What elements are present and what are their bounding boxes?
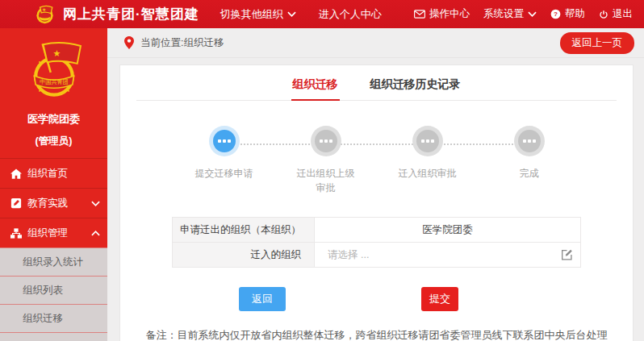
league-badge-logo-icon: ★ <box>34 3 56 25</box>
source-org-value: 医学院团委 <box>315 218 581 243</box>
content-card: 组织迁移 组织迁移历史记录 提交迁移申请 迁出组织上级审批 <box>119 64 634 341</box>
submit-button[interactable]: 提交 <box>421 287 458 311</box>
step-label: 提交迁移申请 <box>195 166 253 181</box>
envelope-icon <box>414 10 425 19</box>
sidebar-subitem-org-entry-stats[interactable]: 组织录入统计 <box>0 247 107 276</box>
brand: ★ 网上共青团·智慧团建 <box>34 3 199 25</box>
location-pin-icon <box>124 36 134 49</box>
step-circle <box>518 130 541 152</box>
step-outgoing-superior-approval: 迁出组织上级审批 <box>277 130 375 195</box>
migration-stepper: 提交迁移申请 迁出组织上级审批 迁入组织审批 <box>175 130 579 195</box>
svg-text:★: ★ <box>42 7 46 12</box>
breadcrumb: 当前位置:组织迁移 返回上一页 <box>107 28 644 58</box>
sidebar-subitem-label: 组织迁移 <box>23 312 63 326</box>
note-text: 备注：目前系统内仅开放省内组织整体迁移，跨省组织迁移请团省委管理员线下联系团中央… <box>120 328 633 341</box>
step-label: 迁出组织上级审批 <box>295 166 355 195</box>
sidebar-subitem-benchmark-rating[interactable]: 对标定级 <box>0 332 107 341</box>
switch-org-label: 切换其他组织 <box>220 7 283 22</box>
app-title: 网上共青团·智慧团建 <box>63 5 199 23</box>
sidebar-item-label: 组织首页 <box>27 167 68 181</box>
sidebar: ★ 中国共青团 医学院团委 (管理员) 组织首页 教育实践 <box>0 28 107 341</box>
question-icon: ? <box>550 9 561 19</box>
sidebar-item-label: 教育实践 <box>27 197 68 210</box>
sitemap-icon <box>10 228 22 239</box>
table-row: 迁入的组织 请选择 ... <box>173 243 581 268</box>
power-icon <box>599 10 608 19</box>
org-block: ★ 中国共青团 医学院团委 (管理员) <box>0 28 107 158</box>
help-link[interactable]: ? 帮助 <box>550 7 585 21</box>
step-complete: 完成 <box>480 130 579 195</box>
sidebar-item-org-home[interactable]: 组织首页 <box>0 158 107 188</box>
personal-center-label: 进入个人中心 <box>319 7 382 22</box>
league-emblem-icon: ★ 中国共青团 <box>19 41 89 102</box>
switch-org-menu[interactable]: 切换其他组织 <box>220 7 296 22</box>
org-name: 医学院团委 <box>0 112 107 127</box>
sidebar-item-label: 组织管理 <box>27 227 68 240</box>
chevron-down-icon <box>287 11 296 17</box>
chevron-up-icon <box>91 231 100 236</box>
edit-pencil-icon[interactable] <box>561 249 573 261</box>
operation-center-label: 操作中心 <box>429 7 470 21</box>
step-label: 完成 <box>520 166 539 181</box>
svg-text:中国共青团: 中国共青团 <box>40 78 69 85</box>
source-org-label: 申请迁出的组织（本组织） <box>173 218 315 243</box>
return-button[interactable]: 返回 <box>239 287 286 311</box>
sidebar-subitem-label: 组织录入统计 <box>23 256 83 269</box>
target-org-placeholder: 请选择 ... <box>328 249 369 260</box>
org-role: (管理员) <box>0 135 107 158</box>
sidebar-item-org-management[interactable]: 组织管理 <box>0 218 107 247</box>
form-actions: 返回 提交 <box>172 287 581 311</box>
step-circle-active <box>213 130 236 152</box>
step-circle <box>416 130 439 152</box>
personal-center-link[interactable]: 进入个人中心 <box>319 7 382 22</box>
top-left-nav: 切换其他组织 进入个人中心 <box>220 7 382 22</box>
system-settings-label: 系统设置 <box>483 7 524 21</box>
sidebar-menu: 组织首页 教育实践 组织管理 组织录入统计 组织列表 <box>0 158 107 341</box>
sidebar-subitem-org-migration[interactable]: 组织迁移 <box>0 304 107 332</box>
step-circle <box>315 130 337 152</box>
logout-label: 退出 <box>613 7 633 21</box>
system-settings-menu[interactable]: 系统设置 <box>483 7 537 21</box>
top-header-bar: ★ 网上共青团·智慧团建 切换其他组织 进入个人中心 操作中心 系统设置 <box>0 0 644 28</box>
table-row: 申请迁出的组织（本组织） 医学院团委 <box>173 218 581 243</box>
target-org-label: 迁入的组织 <box>173 243 315 268</box>
sidebar-subitem-org-list[interactable]: 组织列表 <box>0 276 107 304</box>
sidebar-subitem-label: 组织列表 <box>23 284 63 297</box>
chevron-down-icon <box>528 11 537 17</box>
chevron-down-icon <box>91 201 100 206</box>
edit-square-icon <box>10 198 22 209</box>
help-label: 帮助 <box>565 7 585 21</box>
migration-form-table: 申请迁出的组织（本组织） 医学院团委 迁入的组织 请选择 ... <box>172 217 581 268</box>
step-label: 迁入组织审批 <box>399 166 457 181</box>
back-to-previous-page-button[interactable]: 返回上一页 <box>560 32 635 54</box>
logout-link[interactable]: 退出 <box>599 7 633 21</box>
step-incoming-org-approval: 迁入组织审批 <box>378 130 477 195</box>
home-icon <box>10 168 22 179</box>
svg-text:?: ? <box>554 10 558 18</box>
svg-text:★: ★ <box>52 48 61 58</box>
operation-center-link[interactable]: 操作中心 <box>414 7 470 21</box>
top-right-nav: 操作中心 系统设置 ? 帮助 退出 <box>414 7 633 21</box>
step-submit-application: 提交迁移申请 <box>175 130 274 195</box>
main-area: 当前位置:组织迁移 返回上一页 组织迁移 组织迁移历史记录 提交迁移申请 <box>107 28 644 341</box>
target-org-picker[interactable]: 请选择 ... <box>315 243 581 268</box>
tab-bar: 组织迁移 组织迁移历史记录 <box>136 65 617 101</box>
sidebar-item-education-practice[interactable]: 教育实践 <box>0 188 107 218</box>
tab-migration-history[interactable]: 组织迁移历史记录 <box>369 77 462 101</box>
tab-org-migration[interactable]: 组织迁移 <box>291 77 340 101</box>
breadcrumb-location: 当前位置:组织迁移 <box>140 36 224 50</box>
